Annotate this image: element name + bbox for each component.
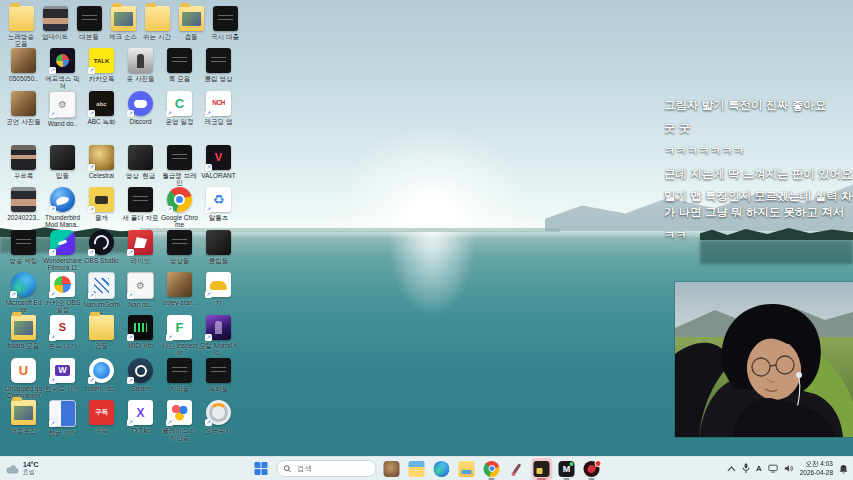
folderphoto-icon <box>11 315 36 340</box>
desktop-icon-chrome[interactable]: Google Chrome <box>160 187 199 229</box>
tray-overflow-chevron[interactable] <box>727 457 736 480</box>
desktop-icon-bubbles[interactable]: 믈레이스 디자인승 <box>160 400 199 442</box>
desktop-icon-folderphoto[interactable]: 겜들 <box>174 6 208 48</box>
desktop-icon-dark[interactable]: 국시 대출 <box>208 6 242 48</box>
taskbar-app-folder-shortcut[interactable] <box>456 458 477 480</box>
desktop-icon-dark[interactable]: 방송 세팅 <box>4 230 43 272</box>
desktop-icon-photo-warm[interactable]: 공연 사진들 <box>4 91 43 127</box>
desktop-icon-gudok[interactable]: 구독구독 <box>82 400 121 442</box>
desktop-icon-folder[interactable]: 건들 <box>82 315 121 357</box>
desktop-icon-photo-warm[interactable]: 0505050.. <box>4 48 43 90</box>
desktop-icon-folder[interactable]: 노래방송 모음 <box>4 6 38 48</box>
tray-clock[interactable]: 오전 4:03 2026-04-28 <box>800 460 833 476</box>
desktop-icon-cam[interactable]: 물개 <box>82 187 121 229</box>
desktop-icon-xcolor[interactable]: XTXT.kg <box>121 400 160 442</box>
desktop-icon-dark[interactable]: 자리들 <box>160 358 199 400</box>
desktop-icon-doc[interactable]: Nan do.. <box>121 272 160 316</box>
network-display-icon <box>768 464 778 473</box>
desktop-icon-valorant[interactable]: VVALORANT <box>199 145 238 187</box>
clock-date: 2026-04-28 <box>800 469 833 477</box>
photo-dark-icon <box>206 230 231 255</box>
desktop-icon-dark[interactable]: 녹화들 <box>199 358 238 400</box>
desktop-icon-folderphoto[interactable]: 어둠운전 <box>4 400 43 442</box>
doc-icon <box>49 91 76 118</box>
desktop-icon-photo-dark[interactable]: 영상_현금 <box>121 145 160 187</box>
sred-icon: S <box>50 315 75 340</box>
taskbar-app-file-explorer[interactable] <box>406 458 427 480</box>
desktop-icon-hangul[interactable]: 한글 뷰어 <box>43 400 82 442</box>
desktop-icon-recycle[interactable]: ♻알툴즈 <box>199 187 238 229</box>
riot-icon <box>128 230 153 255</box>
search-input[interactable] <box>295 463 359 474</box>
desktop-icon-mortal[interactable]: 모탈 Mortal Ko.. <box>199 315 238 357</box>
taskbar-app-cat-game[interactable] <box>381 458 402 480</box>
desktop-icon-photo-dark[interactable]: 클립들 <box>199 230 238 272</box>
desktop-icon-thunderbird[interactable]: Thunderbird Mod Mana.. <box>43 187 82 229</box>
desktop-icon-appdark[interactable]: 에프엑스 픽쳐 <box>43 48 82 90</box>
tray-volume[interactable] <box>784 457 794 480</box>
desktop-icon-label: 믈레이스 디자인승 <box>160 427 199 442</box>
desktop-icon-sred[interactable]: S본느 나기 <box>43 315 82 357</box>
desktop-icon-dark[interactable]: 새 폴더 자료 <box>121 187 160 229</box>
desktop-icon-photo-warm[interactable]: ogley-stan.. <box>160 272 199 316</box>
desktop-icon-dark[interactable]: 룩 모음 <box>160 48 199 90</box>
desktop-icon-dark[interactable]: 클립 영상 <box>199 48 238 90</box>
desktop-icon-overwatch[interactable]: 오버워치 <box>199 400 238 442</box>
start-button[interactable] <box>251 459 271 479</box>
desktop-icon-person[interactable]: 업데이트 <box>38 6 72 48</box>
desktop-icon-kakao[interactable]: TALK카카오톡 <box>82 48 121 90</box>
desktop-icon-dark[interactable]: 영상들 <box>160 230 199 272</box>
desktop-icon-label: 겜들 <box>185 33 198 40</box>
desktop-icon-photo-bw[interactable]: 옷 사진들 <box>121 48 160 90</box>
tray-notifications[interactable] <box>839 457 848 480</box>
desktop-icon-riot[interactable]: 라이엇 <box>121 230 160 272</box>
desktop-icon-label: Untapped.gg Companion <box>4 385 43 400</box>
taskbar-weather-widget[interactable]: 14°C 흐림 <box>6 457 39 480</box>
desktop-icon-label: 알툴즈 <box>209 214 229 221</box>
folder-shortcut-icon <box>459 461 475 477</box>
tray-network[interactable] <box>768 457 778 480</box>
desktop-icon-folderphoto[interactable]: board 모음 <box>4 315 43 357</box>
desktop-icon-wave[interactable]: MIDI Vib <box>121 315 160 357</box>
desktop-icon-folderphoto[interactable]: 체크 소스 <box>106 6 140 48</box>
desktop-icon-label: Thunderbird Mod Mana.. <box>43 214 82 229</box>
desktop-icon-person2[interactable]: 꾸르륵 <box>4 145 43 187</box>
desktop-icon-gold[interactable]: Celestral <box>82 145 121 187</box>
desktop-icon-discord[interactable]: Discord <box>121 91 160 127</box>
desktop-icon-photo-dark[interactable]: 밈들 <box>43 145 82 187</box>
desktop-icon-hitomi[interactable]: hitomi_do.. <box>82 358 121 400</box>
desktop-icon-dark[interactable]: 월급쟁 브레인 <box>160 145 199 187</box>
desktop-icon-wpurple[interactable]: W한워드 뷰어 <box>43 358 82 400</box>
taskbar-search[interactable] <box>276 460 376 477</box>
taskbar-app-active-app[interactable] <box>531 458 552 480</box>
taskbar-app-game-launcher[interactable] <box>581 458 602 480</box>
desktop-icon-fgreen[interactable]: F사진 Inspector <box>160 315 199 357</box>
bubbles-icon <box>167 400 192 425</box>
taskbar-app-pen-tool[interactable] <box>506 458 527 480</box>
desktop-icon-abc[interactable]: abcABC 녹화 <box>82 91 121 127</box>
chat-line: 굿 굿 <box>664 121 853 137</box>
desktop-icon-fan[interactable]: 카카오 OBS 설정 <box>43 272 82 316</box>
taskbar-app-edge-browser[interactable] <box>431 458 452 480</box>
desktop-icon-edge[interactable]: Microsoft Edge <box>4 272 43 316</box>
steam-icon <box>128 358 153 383</box>
desktop-icon-filmora[interactable]: Wondershare Filmora 11 <box>43 230 82 272</box>
desktop-icon-doc[interactable]: Wand do.. <box>43 91 82 127</box>
tray-microphone[interactable] <box>742 457 750 480</box>
desktop-icon-greenc[interactable]: C운영 일정 <box>160 91 199 127</box>
desktop-icon-person[interactable]: 20240223.. <box>4 187 43 229</box>
tray-ime-indicator[interactable]: A <box>756 457 762 480</box>
desktop-icon-dark[interactable]: 대본들 <box>72 6 106 48</box>
desktop-icon-row: 공연 사진들Wand do..abcABC 녹화DiscordC운영 일정NCH… <box>4 91 238 127</box>
taskbar-app-m-app[interactable]: M <box>556 458 577 480</box>
desktop-icon-steam[interactable]: Steam <box>121 358 160 400</box>
desktop-icon-folder[interactable]: 쉬는 시간 <box>140 6 174 48</box>
folder-icon <box>89 315 114 340</box>
ime-language-label: A <box>756 464 762 473</box>
desktop-icon-nch[interactable]: NCH레코딩 앱 <box>199 91 238 127</box>
desktop-icon-car[interactable]: 차 <box>199 272 238 316</box>
desktop-icon-untapped[interactable]: UUntapped.gg Companion <box>4 358 43 400</box>
desktop-icon-docblue[interactable]: NanumGothic <box>82 272 121 316</box>
desktop-icon-obs[interactable]: OBS Studio <box>82 230 121 272</box>
taskbar-app-chrome-browser[interactable] <box>481 458 502 480</box>
